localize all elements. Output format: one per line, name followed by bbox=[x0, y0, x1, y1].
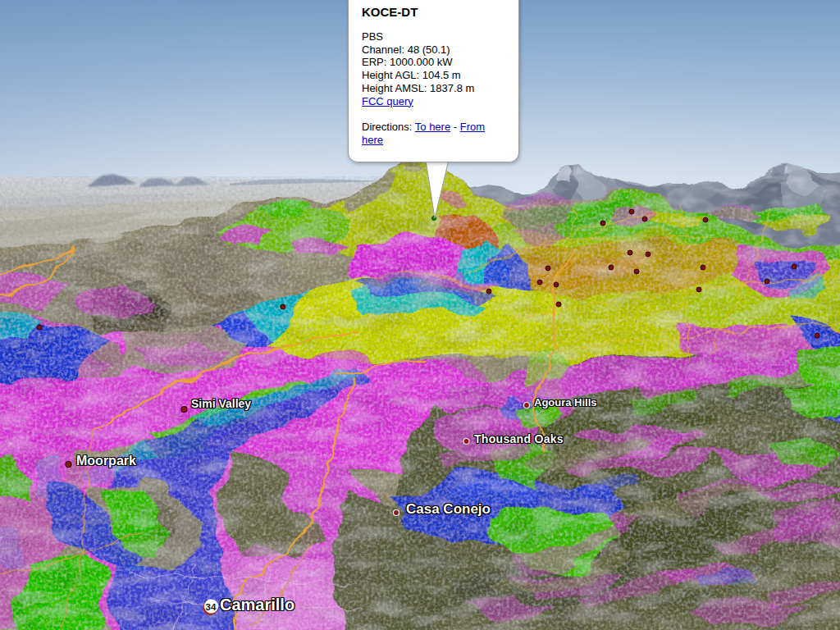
svg-text:34: 34 bbox=[206, 602, 217, 612]
